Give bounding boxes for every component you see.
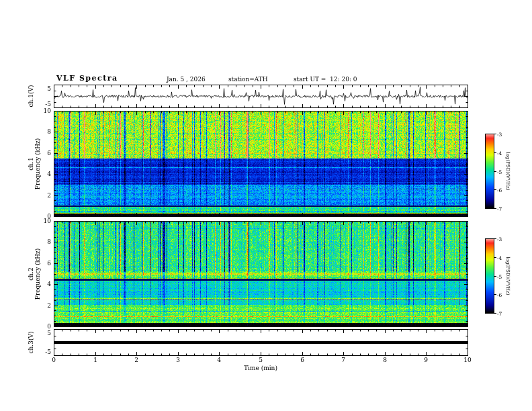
wave3-y-tick-label: -5 xyxy=(45,349,51,355)
x-axis-label: Time (min) xyxy=(244,365,277,371)
spec1-y-tick-label: 4 xyxy=(47,171,51,177)
figure-start-ut: start UT = 12: 20: 0 xyxy=(294,76,357,83)
x-tick-label: 7 xyxy=(341,357,345,363)
spec1-y-tick-label: 6 xyxy=(47,150,51,156)
ch1-spectrogram-channel-text: ch.1 xyxy=(28,138,34,190)
colorbar-tick-label: -6 xyxy=(497,187,502,193)
spec2-y-tick-label: 6 xyxy=(47,260,51,267)
ch2-spectrogram-channel-text: ch.2 xyxy=(28,248,34,300)
spec2-y-tick-label: 4 xyxy=(47,281,51,287)
colorbar-tick-label: -3 xyxy=(497,236,502,242)
x-tick-label: 1 xyxy=(93,357,97,363)
colorbar-ch1-label: log(PSD)(V²/Hz) xyxy=(505,152,511,191)
x-tick-label: 3 xyxy=(176,357,180,363)
colorbar-tick-label: -6 xyxy=(497,291,502,298)
ch2-spectrogram-ylabel-text: Frequency (kHz) xyxy=(34,248,41,300)
ch3-waveform-canvas xyxy=(54,330,468,355)
wave3-y-tick-label: 5 xyxy=(47,330,51,336)
ch3-waveform-ylabel: ch.3(V) xyxy=(28,332,34,354)
colorbar-tick-label: -5 xyxy=(497,273,502,279)
colorbar-tick-label: -7 xyxy=(497,310,502,316)
ch2-spectrogram-ylabel: ch.2 Frequency (kHz) xyxy=(28,248,41,300)
wave1-y-tick-label: 5 xyxy=(47,85,51,92)
ch1-spectrogram-ylabel: ch.1 Frequency (kHz) xyxy=(28,138,41,190)
ch1-waveform-ylabel: ch.1(V) xyxy=(28,85,34,107)
colorbar-ch2-label: log(PSD)(V²/Hz) xyxy=(505,257,511,295)
ch1-spectrogram-ylabel-text: Frequency (kHz) xyxy=(34,138,41,190)
colorbar-tick-label: -5 xyxy=(497,169,502,175)
colorbar-ch1-canvas xyxy=(485,134,494,209)
x-tick-label: 4 xyxy=(217,357,221,363)
ch1-waveform-ylabel-text: ch.1(V) xyxy=(28,85,34,107)
spec1-y-tick-label: 10 xyxy=(44,107,51,114)
ch1-waveform-canvas xyxy=(54,85,468,107)
x-tick-label: 5 xyxy=(259,357,263,363)
colorbar-tick-label: -7 xyxy=(497,205,502,212)
x-tick-label: 2 xyxy=(134,357,138,363)
ch1-spectrogram-canvas xyxy=(54,111,468,216)
spec1-y-tick-label: 8 xyxy=(47,128,51,135)
vlf-spectra-figure: VLF Spectra Jan. 5 , 2026 station=ATH st… xyxy=(0,0,532,411)
x-tick-label: 8 xyxy=(383,357,387,363)
spec2-y-tick-label: 0 xyxy=(47,323,51,330)
x-tick-label: 0 xyxy=(52,357,56,363)
x-tick-label: 6 xyxy=(300,357,304,363)
x-tick-label: 9 xyxy=(424,357,428,363)
x-tick-label: 10 xyxy=(463,357,471,363)
spec2-y-tick-label: 2 xyxy=(47,302,51,309)
colorbar-tick-label: -3 xyxy=(497,131,502,137)
ch2-spectrogram-canvas xyxy=(54,222,468,326)
colorbar-tick-label: -4 xyxy=(497,255,502,261)
figure-date: Jan. 5 , 2026 xyxy=(167,76,206,83)
figure-title: VLF Spectra xyxy=(56,74,118,83)
colorbar-ch2-canvas xyxy=(485,238,494,314)
ch3-waveform-ylabel-text: ch.3(V) xyxy=(28,332,34,354)
figure-station: station=ATH xyxy=(228,76,268,83)
spec2-y-tick-label: 8 xyxy=(47,238,51,245)
colorbar-tick-label: -4 xyxy=(497,150,502,156)
spec2-y-tick-label: 10 xyxy=(44,218,51,224)
spec1-y-tick-label: 2 xyxy=(47,192,51,199)
wave1-y-tick-label: -5 xyxy=(45,101,51,107)
